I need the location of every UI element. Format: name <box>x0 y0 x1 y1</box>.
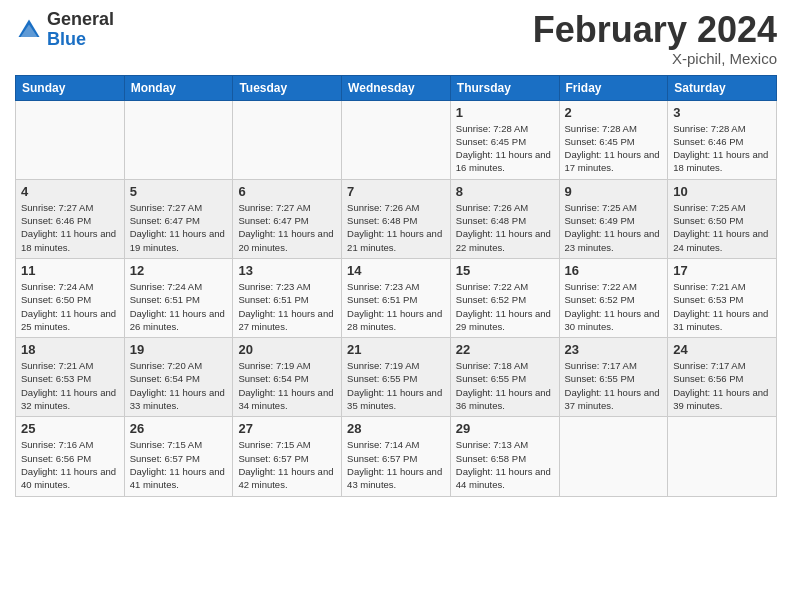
day-number: 10 <box>673 184 771 199</box>
day-number: 25 <box>21 421 119 436</box>
day-cell: 19Sunrise: 7:20 AMSunset: 6:54 PMDayligh… <box>124 338 233 417</box>
day-info: Sunrise: 7:23 AMSunset: 6:51 PMDaylight:… <box>347 280 445 333</box>
day-cell: 20Sunrise: 7:19 AMSunset: 6:54 PMDayligh… <box>233 338 342 417</box>
day-cell: 18Sunrise: 7:21 AMSunset: 6:53 PMDayligh… <box>16 338 125 417</box>
day-number: 4 <box>21 184 119 199</box>
day-info: Sunrise: 7:21 AMSunset: 6:53 PMDaylight:… <box>21 359 119 412</box>
day-number: 14 <box>347 263 445 278</box>
day-info: Sunrise: 7:19 AMSunset: 6:54 PMDaylight:… <box>238 359 336 412</box>
day-info: Sunrise: 7:15 AMSunset: 6:57 PMDaylight:… <box>238 438 336 491</box>
day-cell: 1Sunrise: 7:28 AMSunset: 6:45 PMDaylight… <box>450 100 559 179</box>
day-cell: 12Sunrise: 7:24 AMSunset: 6:51 PMDayligh… <box>124 258 233 337</box>
location: X-pichil, Mexico <box>533 50 777 67</box>
day-number: 17 <box>673 263 771 278</box>
day-info: Sunrise: 7:21 AMSunset: 6:53 PMDaylight:… <box>673 280 771 333</box>
day-info: Sunrise: 7:26 AMSunset: 6:48 PMDaylight:… <box>456 201 554 254</box>
day-cell: 29Sunrise: 7:13 AMSunset: 6:58 PMDayligh… <box>450 417 559 496</box>
day-number: 27 <box>238 421 336 436</box>
page-header: General Blue February 2024 X-pichil, Mex… <box>15 10 777 67</box>
day-info: Sunrise: 7:27 AMSunset: 6:47 PMDaylight:… <box>130 201 228 254</box>
day-cell: 4Sunrise: 7:27 AMSunset: 6:46 PMDaylight… <box>16 179 125 258</box>
day-cell: 24Sunrise: 7:17 AMSunset: 6:56 PMDayligh… <box>668 338 777 417</box>
day-number: 7 <box>347 184 445 199</box>
day-number: 6 <box>238 184 336 199</box>
day-cell: 7Sunrise: 7:26 AMSunset: 6:48 PMDaylight… <box>342 179 451 258</box>
day-cell: 26Sunrise: 7:15 AMSunset: 6:57 PMDayligh… <box>124 417 233 496</box>
day-number: 29 <box>456 421 554 436</box>
header-cell-thursday: Thursday <box>450 75 559 100</box>
day-number: 2 <box>565 105 663 120</box>
header-cell-friday: Friday <box>559 75 668 100</box>
day-info: Sunrise: 7:26 AMSunset: 6:48 PMDaylight:… <box>347 201 445 254</box>
calendar-body: 1Sunrise: 7:28 AMSunset: 6:45 PMDaylight… <box>16 100 777 496</box>
day-info: Sunrise: 7:15 AMSunset: 6:57 PMDaylight:… <box>130 438 228 491</box>
header-cell-monday: Monday <box>124 75 233 100</box>
day-cell: 17Sunrise: 7:21 AMSunset: 6:53 PMDayligh… <box>668 258 777 337</box>
day-info: Sunrise: 7:22 AMSunset: 6:52 PMDaylight:… <box>456 280 554 333</box>
day-cell: 13Sunrise: 7:23 AMSunset: 6:51 PMDayligh… <box>233 258 342 337</box>
day-number: 9 <box>565 184 663 199</box>
day-info: Sunrise: 7:25 AMSunset: 6:50 PMDaylight:… <box>673 201 771 254</box>
day-info: Sunrise: 7:20 AMSunset: 6:54 PMDaylight:… <box>130 359 228 412</box>
day-number: 11 <box>21 263 119 278</box>
day-info: Sunrise: 7:17 AMSunset: 6:55 PMDaylight:… <box>565 359 663 412</box>
day-cell: 23Sunrise: 7:17 AMSunset: 6:55 PMDayligh… <box>559 338 668 417</box>
day-info: Sunrise: 7:24 AMSunset: 6:51 PMDaylight:… <box>130 280 228 333</box>
day-cell <box>16 100 125 179</box>
header-cell-wednesday: Wednesday <box>342 75 451 100</box>
day-cell: 9Sunrise: 7:25 AMSunset: 6:49 PMDaylight… <box>559 179 668 258</box>
day-number: 23 <box>565 342 663 357</box>
month-title: February 2024 <box>533 10 777 50</box>
header-cell-tuesday: Tuesday <box>233 75 342 100</box>
logo-general: General <box>47 9 114 29</box>
day-cell: 2Sunrise: 7:28 AMSunset: 6:45 PMDaylight… <box>559 100 668 179</box>
day-cell <box>342 100 451 179</box>
calendar-table: SundayMondayTuesdayWednesdayThursdayFrid… <box>15 75 777 497</box>
week-row-4: 18Sunrise: 7:21 AMSunset: 6:53 PMDayligh… <box>16 338 777 417</box>
day-cell: 10Sunrise: 7:25 AMSunset: 6:50 PMDayligh… <box>668 179 777 258</box>
day-info: Sunrise: 7:16 AMSunset: 6:56 PMDaylight:… <box>21 438 119 491</box>
day-cell <box>233 100 342 179</box>
week-row-5: 25Sunrise: 7:16 AMSunset: 6:56 PMDayligh… <box>16 417 777 496</box>
logo: General Blue <box>15 10 114 50</box>
header-row: SundayMondayTuesdayWednesdayThursdayFrid… <box>16 75 777 100</box>
logo-text: General Blue <box>47 10 114 50</box>
day-number: 5 <box>130 184 228 199</box>
day-number: 3 <box>673 105 771 120</box>
day-cell: 5Sunrise: 7:27 AMSunset: 6:47 PMDaylight… <box>124 179 233 258</box>
week-row-2: 4Sunrise: 7:27 AMSunset: 6:46 PMDaylight… <box>16 179 777 258</box>
day-info: Sunrise: 7:22 AMSunset: 6:52 PMDaylight:… <box>565 280 663 333</box>
day-number: 13 <box>238 263 336 278</box>
header-cell-saturday: Saturday <box>668 75 777 100</box>
day-number: 24 <box>673 342 771 357</box>
day-cell <box>559 417 668 496</box>
day-cell <box>124 100 233 179</box>
day-number: 21 <box>347 342 445 357</box>
day-info: Sunrise: 7:28 AMSunset: 6:46 PMDaylight:… <box>673 122 771 175</box>
day-cell: 25Sunrise: 7:16 AMSunset: 6:56 PMDayligh… <box>16 417 125 496</box>
day-cell: 21Sunrise: 7:19 AMSunset: 6:55 PMDayligh… <box>342 338 451 417</box>
logo-blue: Blue <box>47 29 86 49</box>
day-info: Sunrise: 7:18 AMSunset: 6:55 PMDaylight:… <box>456 359 554 412</box>
day-cell: 15Sunrise: 7:22 AMSunset: 6:52 PMDayligh… <box>450 258 559 337</box>
day-info: Sunrise: 7:27 AMSunset: 6:47 PMDaylight:… <box>238 201 336 254</box>
week-row-1: 1Sunrise: 7:28 AMSunset: 6:45 PMDaylight… <box>16 100 777 179</box>
day-info: Sunrise: 7:25 AMSunset: 6:49 PMDaylight:… <box>565 201 663 254</box>
day-number: 16 <box>565 263 663 278</box>
day-number: 1 <box>456 105 554 120</box>
calendar-header: SundayMondayTuesdayWednesdayThursdayFrid… <box>16 75 777 100</box>
day-number: 20 <box>238 342 336 357</box>
day-cell: 11Sunrise: 7:24 AMSunset: 6:50 PMDayligh… <box>16 258 125 337</box>
day-info: Sunrise: 7:27 AMSunset: 6:46 PMDaylight:… <box>21 201 119 254</box>
day-info: Sunrise: 7:17 AMSunset: 6:56 PMDaylight:… <box>673 359 771 412</box>
day-number: 12 <box>130 263 228 278</box>
day-info: Sunrise: 7:28 AMSunset: 6:45 PMDaylight:… <box>456 122 554 175</box>
day-cell: 28Sunrise: 7:14 AMSunset: 6:57 PMDayligh… <box>342 417 451 496</box>
day-cell: 6Sunrise: 7:27 AMSunset: 6:47 PMDaylight… <box>233 179 342 258</box>
day-number: 18 <box>21 342 119 357</box>
day-cell: 27Sunrise: 7:15 AMSunset: 6:57 PMDayligh… <box>233 417 342 496</box>
day-info: Sunrise: 7:13 AMSunset: 6:58 PMDaylight:… <box>456 438 554 491</box>
day-info: Sunrise: 7:24 AMSunset: 6:50 PMDaylight:… <box>21 280 119 333</box>
day-info: Sunrise: 7:28 AMSunset: 6:45 PMDaylight:… <box>565 122 663 175</box>
logo-icon <box>15 16 43 44</box>
